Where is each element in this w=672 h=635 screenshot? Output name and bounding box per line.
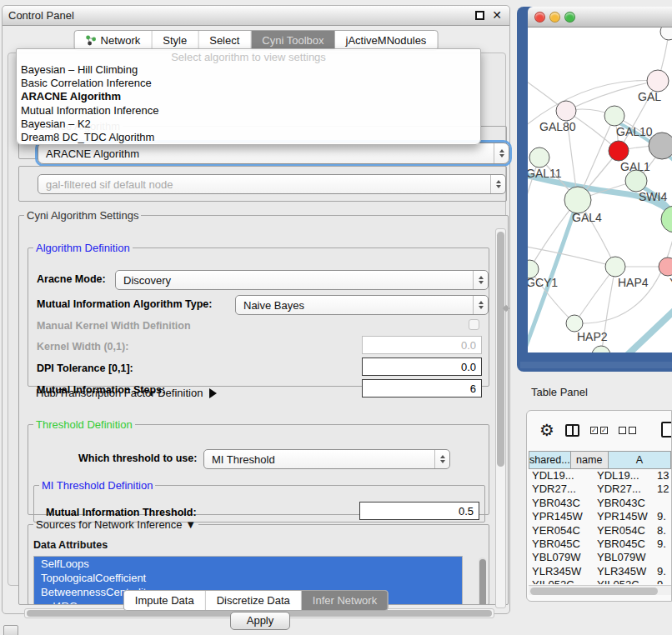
tab-select[interactable]: Select [198, 31, 251, 50]
network-view-window[interactable]: GALGAL80GAL10GAL1GAL11SWI4GAL4GCY1HAP4YH… [517, 7, 672, 372]
aracne-mode-select[interactable]: Discovery [115, 270, 489, 290]
tab-cyni-toolbox[interactable]: Cyni Toolbox [251, 31, 334, 50]
network-node-gal80[interactable] [556, 101, 576, 121]
zoom-traffic-light-icon[interactable] [564, 12, 575, 22]
settings-vertical-scrollbar[interactable] [495, 228, 506, 608]
algorithm-definition-title: Algorithm Definition [33, 242, 133, 254]
algorithm-select[interactable]: ARACNE Algorithm [38, 142, 509, 164]
column-header-name[interactable]: name [571, 451, 609, 469]
popup-prompt: Select algorithm to view settings [17, 51, 480, 63]
dpi-tolerance-label: DPI Tolerance [0,1]: [37, 362, 133, 374]
window-title: Control Panel [8, 9, 74, 22]
table-body[interactable]: YDL19...YDL19...13YDR27...YDR27...12YBR0… [529, 469, 671, 584]
tab-jactivemnodules[interactable]: jActiveMNodules [335, 31, 438, 50]
control-panel-titlebar: Control Panel ✕ [3, 6, 509, 26]
popup-item[interactable]: Mutual Information Inference [17, 104, 480, 118]
tab-discretize-data[interactable]: Discretize Data [206, 591, 302, 610]
mi-threshold-group: MI Threshold Definition Mutual Informati… [33, 479, 485, 522]
popup-item[interactable]: Bayesian – K2 [17, 118, 480, 131]
network-node[interactable] [592, 346, 610, 352]
network-node[interactable] [649, 132, 672, 159]
network-edge [574, 267, 615, 323]
cyni-algorithm-settings-group: Cyni Algorithm Settings Algorithm Defini… [18, 209, 509, 605]
algorithm-dropdown-popup: Select algorithm to view settings Bayesi… [16, 48, 481, 145]
minimized-panel-button[interactable] [3, 625, 18, 635]
manual-kernel-checkbox[interactable] [469, 319, 479, 330]
hub-definition-expander[interactable]: Hub/Transcription Factor Definition [36, 387, 217, 399]
table-columns-icon[interactable] [565, 424, 579, 437]
sources-title: Sources for Network Inference ▼ [33, 518, 198, 531]
network-node-gal10[interactable] [604, 106, 624, 126]
tab-style[interactable]: Style [152, 31, 198, 50]
node-label: GAL10 [616, 125, 653, 138]
attributes-scrollbar[interactable] [479, 558, 486, 605]
tab-impute-data[interactable]: Impute Data [124, 591, 206, 610]
network-node-hap2[interactable] [566, 315, 583, 332]
network-node-gal1[interactable] [609, 141, 629, 161]
network-node-swi4[interactable] [625, 170, 647, 192]
network-node-hap4[interactable] [605, 257, 625, 277]
network-node[interactable] [660, 28, 672, 40]
table-row[interactable]: YPR145WYPR145W9. [529, 510, 671, 523]
network-canvas[interactable]: GALGAL80GAL10GAL1GAL11SWI4GAL4GCY1HAP4YH… [528, 28, 672, 352]
dpi-tolerance-field[interactable] [362, 358, 482, 376]
minimize-traffic-light-icon[interactable] [549, 12, 560, 22]
popup-item[interactable]: Basic Correlation Inference [17, 77, 480, 90]
which-threshold-select[interactable]: MI Threshold [203, 449, 450, 469]
aracne-mode-label: Aracne Mode: [37, 273, 106, 285]
expander-arrow-icon [209, 388, 217, 398]
node-label: GCY1 [528, 276, 558, 289]
table-row[interactable]: YBR043CYBR043C [529, 497, 671, 510]
node-label: HAP2 [577, 330, 608, 343]
table-row[interactable]: YBR045CYBR045C9. [529, 538, 671, 551]
select-all-columns-icon[interactable]: ✓✓ [590, 427, 608, 434]
network-window-titlebar[interactable] [528, 7, 672, 28]
node-label: GAL80 [539, 120, 576, 133]
table-horizontal-scrollbar[interactable] [529, 585, 671, 595]
popup-item[interactable]: Bayesian – Hill Climbing [17, 63, 480, 77]
tab-infer-network[interactable]: Infer Network [302, 591, 388, 610]
kernel-width-field[interactable] [362, 336, 482, 354]
network-node-gal11[interactable] [529, 148, 549, 168]
restore-icon[interactable] [475, 11, 484, 20]
column-header-shared[interactable]: shared... [529, 451, 571, 469]
export-table-icon[interactable] [661, 422, 672, 438]
network-node-gal4[interactable] [564, 187, 591, 213]
node-label: GAL11 [528, 167, 562, 180]
popup-item[interactable]: ARACNE Algorithm [17, 90, 480, 103]
close-icon[interactable]: ✕ [492, 8, 502, 22]
popup-item[interactable]: Dream8 DC_TDC Algorithm [17, 131, 480, 144]
combo-stepper-icon [473, 296, 488, 314]
node-label: GAL4 [572, 211, 602, 224]
network-edge [619, 301, 672, 352]
table-row[interactable]: YDL19...YDL19...13 [529, 469, 671, 482]
tab-network[interactable]: Network [75, 31, 153, 50]
table-row[interactable]: YBL079WYBL079W [529, 551, 671, 564]
column-header-third[interactable]: A [609, 451, 671, 469]
bottom-tab-bar: Impute DataDiscretize DataInfer Network [123, 590, 389, 611]
network-node-gal[interactable] [647, 70, 669, 92]
mi-steps-field[interactable] [362, 379, 482, 398]
table-row[interactable]: YIL052CYIL052C9. [529, 578, 671, 584]
table-row[interactable]: YLR345WYLR345W9. [529, 565, 671, 578]
mi-threshold-label: Mutual Information Threshold: [46, 507, 197, 518]
attribute-item[interactable]: TopologicalCoefficient [34, 571, 462, 585]
table-row[interactable]: YER054CYER054C8. [529, 524, 671, 538]
gear-icon[interactable]: ⚙ [539, 422, 554, 438]
threshold-definition-group: Threshold Definition Which threshold to … [28, 418, 489, 515]
mi-type-select[interactable]: Naive Bayes [235, 295, 489, 315]
deselect-all-columns-icon[interactable] [619, 427, 636, 434]
which-threshold-label: Which threshold to use: [78, 452, 197, 464]
network-edge [528, 246, 615, 267]
mi-threshold-field[interactable] [359, 502, 479, 520]
network-node[interactable] [661, 206, 672, 232]
kernel-width-label: Kernel Width (0,1): [37, 341, 128, 352]
close-traffic-light-icon[interactable] [534, 12, 545, 22]
control-panel-window: Control Panel ✕ NetworkStyleSelectCyni T… [2, 5, 510, 614]
manual-kernel-label: Manual Kernel Width Definition [37, 320, 191, 332]
data-table-select[interactable]: gal-filtered sif default node [38, 174, 506, 194]
mi-type-label: Mutual Information Algorithm Type: [37, 298, 212, 310]
apply-button[interactable]: Apply [230, 612, 290, 630]
table-row[interactable]: YDR27...YDR27...12 [529, 482, 671, 496]
attribute-item[interactable]: SelfLoops [34, 557, 462, 571]
